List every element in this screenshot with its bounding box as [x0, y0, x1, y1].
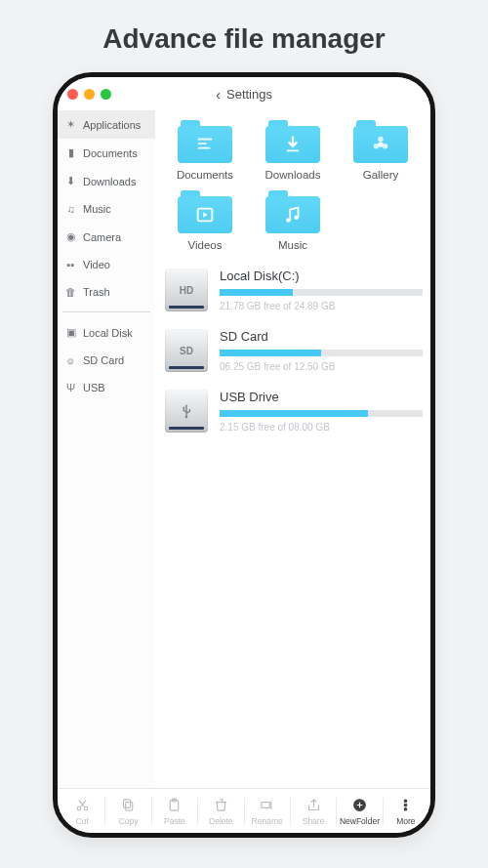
delete-icon: [213, 797, 229, 815]
tool-label: Delete: [209, 816, 233, 826]
drive-info: Local Disk(C:)21.78 GB free of 24.89 GB: [220, 269, 423, 311]
sidebar-item-camera[interactable]: ◉Camera: [58, 223, 155, 251]
close-icon[interactable]: [67, 89, 78, 100]
sidebar-item-trash[interactable]: 🗑Trash: [58, 278, 155, 306]
folder-icon: [353, 120, 408, 163]
svg-point-11: [77, 806, 81, 810]
camera-icon: ◉: [64, 230, 77, 243]
sidebar-item-video[interactable]: ▪▪Video: [58, 251, 155, 278]
svg-rect-1: [198, 143, 207, 145]
tool-copy[interactable]: Copy: [105, 793, 150, 830]
tool-share[interactable]: Share: [291, 793, 336, 830]
svg-point-12: [84, 806, 88, 810]
sidebar-item-label: USB: [83, 382, 105, 393]
usage-bar: [220, 289, 423, 296]
drive-info: USB Drive2.15 GB free of 08.00 GB: [220, 390, 423, 433]
sidebar-separator: [62, 311, 150, 312]
folder-downloads[interactable]: Downloads: [251, 120, 335, 181]
tool-more[interactable]: More: [384, 793, 428, 830]
svg-rect-2: [198, 147, 211, 149]
tool-label: Paste: [164, 816, 185, 826]
sidebar-item-music[interactable]: ♫Music: [58, 195, 155, 223]
folder-icon: [265, 120, 320, 163]
folder-gallery[interactable]: Gallery: [339, 120, 423, 181]
folder-icon: [178, 190, 232, 233]
drive-free-text: 2.15 GB free of 08.00 GB: [220, 422, 423, 433]
sd-icon: ⌾: [64, 354, 77, 366]
sidebar-item-label: Local Disk: [83, 327, 133, 339]
sidebar-item-local-disk[interactable]: ▣Local Disk: [58, 318, 155, 347]
sidebar: ✶Applications▮Documents⬇Downloads♫Music◉…: [58, 110, 155, 788]
drive-icon: [165, 390, 208, 433]
sidebar-item-label: Music: [83, 203, 111, 215]
sidebar-item-downloads[interactable]: ⬇Downloads: [58, 167, 155, 195]
folder-icon: [265, 190, 320, 233]
disk-icon: ▣: [64, 326, 77, 339]
tool-paste[interactable]: Paste: [152, 793, 197, 830]
maximize-icon[interactable]: [101, 89, 111, 100]
tool-cut[interactable]: Cut: [60, 793, 104, 830]
drive-local-disk-c-[interactable]: HDLocal Disk(C:)21.78 GB free of 24.89 G…: [165, 269, 423, 311]
page-title: Advance file manager: [0, 0, 488, 72]
folder-music[interactable]: Music: [251, 190, 335, 251]
folder-videos[interactable]: Videos: [163, 190, 247, 251]
folder-label: Music: [278, 239, 307, 251]
sidebar-item-label: SD Card: [83, 354, 124, 366]
svg-point-10: [294, 215, 299, 220]
folder-label: Documents: [177, 169, 233, 181]
svg-rect-0: [198, 139, 213, 141]
folder-icon: [178, 120, 232, 163]
svg-point-21: [405, 807, 408, 810]
body: ✶Applications▮Documents⬇Downloads♫Music◉…: [58, 110, 430, 788]
video-icon: ▪▪: [64, 259, 77, 270]
tool-newfolder[interactable]: NewFolder: [337, 793, 382, 830]
usage-bar: [220, 350, 423, 356]
svg-rect-13: [126, 802, 133, 810]
svg-point-6: [383, 144, 388, 149]
sidebar-item-label: Camera: [83, 231, 121, 243]
sidebar-item-label: Downloads: [83, 176, 136, 187]
svg-point-19: [405, 799, 408, 802]
share-icon: [305, 797, 322, 815]
bottom-toolbar: CutCopyPasteDeleteRenameShareNewFolderMo…: [58, 788, 430, 833]
main-content: DocumentsDownloadsGalleryVideosMusic HDL…: [155, 110, 430, 788]
drive-name: SD Card: [220, 329, 423, 344]
tool-delete[interactable]: Delete: [198, 793, 243, 830]
folder-label: Downloads: [265, 169, 321, 181]
tool-label: NewFolder: [340, 816, 380, 826]
drive-sd-card[interactable]: SDSD Card06.25 GB free of 12.50 GB: [165, 329, 423, 372]
sidebar-item-usb[interactable]: ΨUSB: [58, 374, 155, 401]
sidebar-item-applications[interactable]: ✶Applications: [58, 110, 155, 139]
folder-label: Videos: [188, 239, 223, 251]
drive-name: Local Disk(C:): [220, 269, 423, 283]
copy-icon: [120, 797, 137, 815]
sidebar-item-label: Trash: [83, 286, 110, 298]
minimize-icon[interactable]: [84, 89, 95, 100]
window-controls: [67, 89, 111, 100]
sidebar-item-documents[interactable]: ▮Documents: [58, 139, 155, 167]
svg-rect-14: [124, 799, 131, 807]
svg-rect-17: [262, 802, 270, 807]
paste-icon: [166, 797, 183, 815]
sidebar-item-label: Documents: [83, 147, 138, 159]
usage-bar: [220, 410, 423, 417]
folder-label: Gallery: [363, 169, 398, 181]
drive-usb-drive[interactable]: USB Drive2.15 GB free of 08.00 GB: [165, 390, 423, 433]
back-icon[interactable]: ‹: [216, 86, 221, 103]
trash-icon: 🗑: [64, 286, 77, 298]
new-icon: [351, 797, 368, 815]
sidebar-item-label: Applications: [83, 119, 141, 131]
folder-documents[interactable]: Documents: [163, 120, 247, 181]
drive-icon: SD: [165, 329, 208, 372]
drive-icon: HD: [165, 269, 208, 311]
usb-icon: Ψ: [64, 382, 77, 393]
sidebar-item-sd-card[interactable]: ⌾SD Card: [58, 347, 155, 374]
tool-label: Share: [303, 816, 325, 826]
drives-list: HDLocal Disk(C:)21.78 GB free of 24.89 G…: [163, 269, 423, 433]
tool-rename[interactable]: Rename: [245, 793, 290, 830]
drive-name: USB Drive: [220, 390, 423, 404]
more-icon: [397, 797, 414, 815]
rename-icon: [259, 797, 275, 815]
svg-point-20: [405, 804, 408, 806]
tool-label: Rename: [252, 816, 283, 826]
